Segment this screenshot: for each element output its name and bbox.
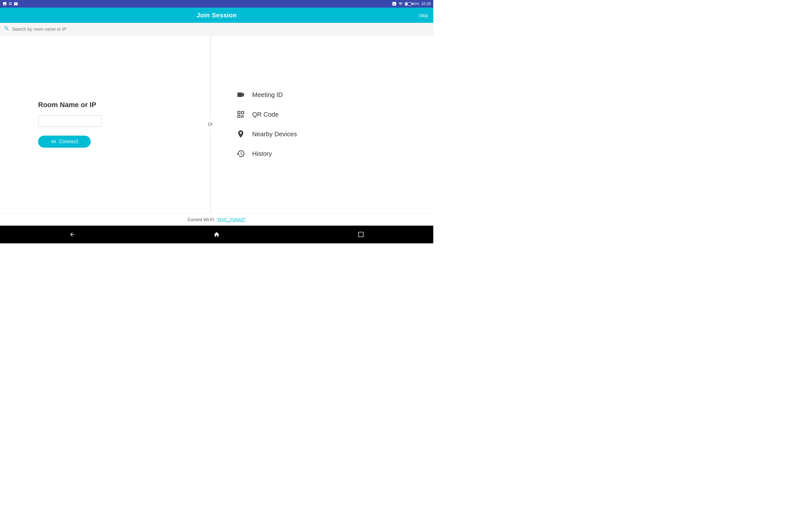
photo-icon (3, 2, 7, 6)
option-history[interactable]: History (236, 149, 272, 159)
nfc-icon (392, 2, 397, 6)
back-button[interactable] (69, 231, 75, 238)
room-name-input[interactable] (38, 115, 101, 127)
divider: Or (204, 36, 217, 213)
search-input[interactable] (12, 26, 429, 32)
wifi-footer: Current Wi-Fi: "NVC_F0AAD" (0, 213, 433, 226)
history-label: History (252, 150, 272, 158)
gmail-icon (14, 2, 18, 6)
svg-rect-0 (359, 232, 363, 237)
recents-button[interactable] (358, 231, 364, 238)
qr-code-icon (236, 109, 246, 119)
main-content: Room Name or IP Connect Or Meeting ID (0, 36, 433, 213)
left-panel: Room Name or IP Connect (0, 36, 204, 213)
wifi-name[interactable]: "NVC_F0AAD" (216, 217, 246, 222)
status-bar-right: 40% 10:26 (392, 2, 431, 6)
meeting-id-label: Meeting ID (252, 91, 283, 99)
option-meeting-id[interactable]: Meeting ID (236, 90, 283, 100)
connect-icon (51, 139, 56, 145)
status-bar: G 40% 10:26 (0, 0, 433, 8)
connect-button[interactable]: Connect (38, 135, 91, 148)
search-bar (0, 23, 433, 36)
room-name-label: Room Name or IP (38, 101, 96, 109)
connect-label: Connect (59, 139, 78, 145)
nav-bar (0, 226, 433, 243)
history-icon (236, 149, 246, 159)
status-bar-left: G (3, 2, 18, 6)
option-qr-code[interactable]: QR Code (236, 109, 278, 119)
app-bar: Join Session Skip (0, 8, 433, 23)
battery-percent: 40% (412, 2, 419, 6)
qr-code-label: QR Code (252, 111, 278, 118)
right-panel: Meeting ID QR Code Nearby Devices (217, 36, 433, 213)
nearby-devices-icon (236, 129, 246, 139)
skip-button[interactable]: Skip (419, 13, 428, 18)
battery-indicator: 40% (405, 2, 419, 6)
nearby-devices-label: Nearby Devices (252, 130, 297, 138)
app-bar-title: Join Session (197, 12, 237, 19)
meeting-id-icon (236, 90, 246, 100)
wifi-prefix: Current Wi-Fi: (188, 217, 215, 222)
status-time: 10:26 (421, 2, 431, 6)
g-icon: G (9, 2, 12, 6)
search-icon (4, 26, 9, 33)
home-button[interactable] (213, 231, 220, 238)
wifi-icon (398, 2, 403, 6)
option-nearby-devices[interactable]: Nearby Devices (236, 129, 297, 139)
or-text: Or (206, 119, 214, 129)
